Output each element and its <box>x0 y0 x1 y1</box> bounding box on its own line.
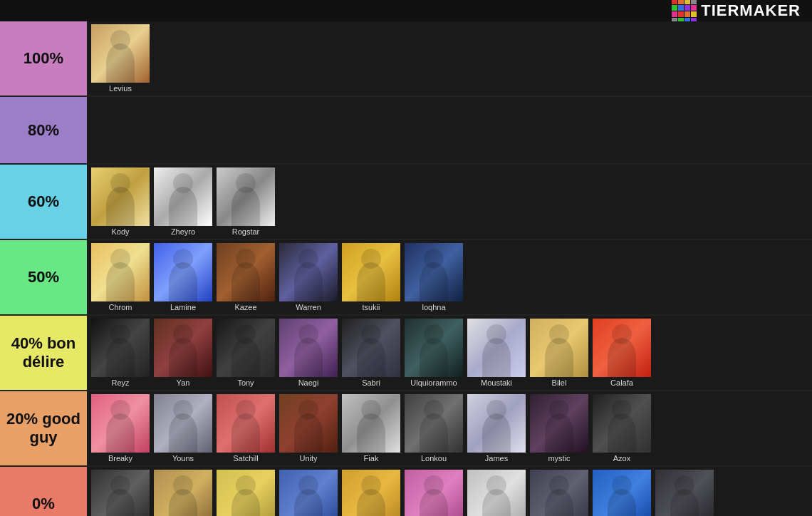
tier-items: NouhaPhenixEdoyeslifeYukiiMouadEmirisiaC… <box>87 467 812 516</box>
tier-label: 100% <box>0 21 87 96</box>
list-item[interactable]: mystic <box>529 394 590 463</box>
avatar <box>91 24 150 83</box>
avatar <box>217 394 275 453</box>
logo-cell <box>691 5 697 11</box>
list-item[interactable]: tsukii <box>340 243 402 311</box>
avatar <box>279 243 338 301</box>
item-name: Unity <box>278 454 339 463</box>
logo-cell <box>685 11 690 17</box>
avatar <box>154 394 212 453</box>
list-item[interactable]: Trunks <box>654 470 715 516</box>
list-item[interactable]: Edoyeslife <box>215 470 276 516</box>
avatar <box>154 470 212 516</box>
list-item[interactable]: Clapped by erzon <box>466 470 527 516</box>
list-item[interactable]: James <box>466 394 527 463</box>
list-item[interactable]: Artyrus <box>591 470 652 516</box>
avatar <box>405 319 463 377</box>
list-item[interactable]: Calafa <box>591 319 652 387</box>
avatar <box>154 167 212 226</box>
avatar <box>342 470 400 516</box>
avatar <box>467 470 526 516</box>
item-name: Ulquiorammo <box>403 378 464 387</box>
list-item[interactable]: Levius <box>90 24 151 93</box>
list-item[interactable]: Youns <box>152 394 214 463</box>
logo-cell <box>678 11 684 17</box>
tier-row-tier-0: 0%NouhaPhenixEdoyeslifeYukiiMouadEmirisi… <box>0 467 812 516</box>
list-item[interactable]: Fiak <box>340 394 402 463</box>
tier-row-tier-80: 80% <box>0 97 812 165</box>
list-item[interactable]: Chrom <box>90 243 151 311</box>
avatar <box>154 319 212 377</box>
avatar <box>593 470 651 516</box>
list-item[interactable]: Sabri <box>340 319 402 387</box>
avatar <box>342 394 400 453</box>
list-item[interactable]: Reyz <box>90 319 151 387</box>
list-item[interactable]: Lamine <box>152 243 214 311</box>
avatar <box>154 243 212 301</box>
logo-grid-icon <box>672 0 697 24</box>
list-item[interactable]: Emirisia <box>403 470 464 516</box>
avatar <box>530 319 588 377</box>
item-name: Azox <box>591 454 652 463</box>
logo-cell <box>685 5 690 11</box>
list-item[interactable]: Bilel <box>529 319 590 387</box>
logo-cell <box>672 11 677 17</box>
list-item[interactable]: Tony <box>215 319 276 387</box>
list-item[interactable]: loqhna <box>403 243 464 311</box>
item-name: Sabri <box>340 378 402 387</box>
item-name: tsukii <box>340 303 402 311</box>
list-item[interactable]: Phenix <box>152 470 214 516</box>
list-item[interactable]: Kazee <box>215 243 276 311</box>
list-item[interactable]: Warren <box>278 243 339 311</box>
list-item[interactable]: Naegi <box>278 319 339 387</box>
item-name: Kody <box>90 227 151 236</box>
tier-label: 60% <box>0 165 87 239</box>
avatar <box>279 470 338 516</box>
item-name: Kazee <box>215 303 276 311</box>
item-name: Lonkou <box>403 454 464 463</box>
list-item[interactable]: Azox <box>591 394 652 463</box>
avatar <box>405 470 463 516</box>
avatar <box>279 394 338 453</box>
list-item[interactable]: Kody <box>90 167 151 236</box>
list-item[interactable]: Mouad <box>340 470 402 516</box>
avatar <box>91 394 150 453</box>
item-name: Youns <box>152 454 214 463</box>
logo-cell <box>691 0 697 4</box>
avatar <box>342 243 400 301</box>
list-item[interactable]: Satchill <box>215 394 276 463</box>
list-item[interactable]: Yan <box>152 319 214 387</box>
item-name: Moustaki <box>466 378 527 387</box>
item-name: Breaky <box>90 454 151 463</box>
list-item[interactable]: Ulquiorammo <box>403 319 464 387</box>
avatar <box>217 167 275 226</box>
tier-label: 0% <box>0 467 87 516</box>
item-name: loqhna <box>403 303 464 311</box>
list-item[interactable]: Zheyro <box>152 167 214 236</box>
tier-items <box>87 97 812 163</box>
list-item[interactable]: Unity <box>278 394 339 463</box>
list-item[interactable]: Nouha <box>90 470 151 516</box>
avatar <box>91 167 150 226</box>
item-name: Rogstar <box>215 227 276 236</box>
list-item[interactable]: Rogstar <box>215 167 276 236</box>
tier-label: 40% bon délire <box>0 316 87 390</box>
avatar <box>342 319 400 377</box>
list-item[interactable]: Lonkou <box>403 394 464 463</box>
header: TiERMAKER <box>0 0 812 21</box>
item-name: Calafa <box>591 378 652 387</box>
avatar <box>467 319 526 377</box>
list-item[interactable]: Breaky <box>90 394 151 463</box>
avatar <box>91 319 150 377</box>
logo-text: TiERMAKER <box>701 1 801 20</box>
item-name: Yan <box>152 378 214 387</box>
logo-cell <box>685 0 690 4</box>
tier-items: Levius <box>87 21 812 96</box>
item-name: Zheyro <box>152 227 214 236</box>
list-item[interactable]: Mouna <box>529 470 590 516</box>
list-item[interactable]: Yukii <box>278 470 339 516</box>
list-item[interactable]: Moustaki <box>466 319 527 387</box>
item-name: Bilel <box>529 378 590 387</box>
logo-cell <box>678 5 684 11</box>
avatar <box>593 319 651 377</box>
